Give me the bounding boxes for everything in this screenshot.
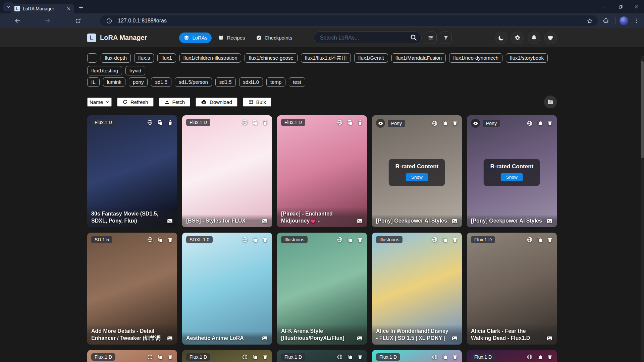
folder-filter-chip[interactable] [87, 53, 97, 63]
folder-filter-chip[interactable]: sd1.5/person [175, 77, 212, 87]
image-icon[interactable] [451, 335, 458, 342]
folder-filter-chip[interactable]: flux1/storybook [506, 53, 548, 63]
civitai-globe-icon[interactable] [242, 119, 248, 125]
civitai-globe-icon[interactable] [337, 354, 343, 360]
lora-card[interactable]: Flux.1 D [182, 350, 272, 362]
page-scrollbar[interactable] [641, 56, 644, 362]
lora-card[interactable]: Flux.1 D 80s Fantasy Movie (SD1.5, SDXL,… [87, 115, 177, 227]
search-options-button[interactable] [425, 32, 437, 44]
folder-filter-chip[interactable]: sd3.5 [215, 77, 236, 87]
copy-icon[interactable] [157, 237, 163, 243]
refresh-button[interactable]: Refresh [117, 98, 154, 107]
copy-icon[interactable] [252, 237, 258, 243]
new-tab-button[interactable] [76, 3, 85, 12]
copy-icon[interactable] [347, 237, 353, 243]
lora-card[interactable]: Illustrious Alice In Wonderland! Disney … [372, 233, 462, 345]
trash-icon[interactable] [357, 120, 363, 125]
civitai-globe-icon[interactable] [337, 237, 343, 243]
download-button[interactable]: Download [196, 98, 237, 107]
lora-card[interactable]: Flux.1 D [277, 350, 367, 362]
trash-icon[interactable] [262, 354, 268, 360]
lora-card[interactable]: Pony R-rated Content Show [Pony] Geekpow… [467, 115, 557, 227]
profile-avatar[interactable] [620, 16, 628, 25]
trash-icon[interactable] [167, 120, 173, 125]
folder-filter-chip[interactable]: flux1/MandalaFusion [391, 53, 446, 63]
image-icon[interactable] [262, 218, 268, 224]
folder-filter-chip[interactable]: test [289, 77, 305, 87]
copy-icon[interactable] [252, 354, 258, 360]
lora-card[interactable]: Illustrious AFK Arena Style [Illustrious… [277, 233, 367, 345]
civitai-globe-icon[interactable] [147, 237, 153, 243]
tab-close-icon[interactable] [67, 7, 71, 11]
folder-filter-chip[interactable]: hyvid [125, 66, 145, 75]
scrollbar-thumb[interactable] [641, 61, 644, 158]
sort-select[interactable]: Name [87, 98, 112, 107]
trash-icon[interactable] [547, 354, 553, 360]
copy-icon[interactable] [442, 354, 448, 360]
search-input[interactable] [314, 32, 422, 44]
open-folder-button[interactable] [544, 96, 557, 108]
nsfw-show-button[interactable]: Show [501, 173, 523, 181]
trash-icon[interactable] [357, 354, 363, 360]
window-restore-button[interactable] [613, 0, 628, 13]
image-icon[interactable] [546, 335, 553, 342]
tab-checkpoints[interactable]: Checkpoints [252, 33, 297, 43]
folder-filter-chip[interactable]: lumink [103, 77, 125, 87]
url-text[interactable]: 127.0.0.1:8188/loras [118, 18, 581, 24]
image-icon[interactable] [262, 335, 268, 342]
reload-button[interactable] [73, 16, 83, 25]
image-icon[interactable] [357, 218, 363, 224]
folder-filter-chip[interactable]: flux.s [134, 53, 154, 63]
copy-icon[interactable] [157, 354, 163, 360]
civitai-globe-icon[interactable] [147, 119, 153, 125]
trash-icon[interactable] [452, 237, 458, 243]
civitai-globe-icon[interactable] [527, 354, 533, 360]
theme-toggle-button[interactable] [495, 32, 507, 44]
civitai-globe-icon[interactable] [432, 354, 438, 360]
settings-button[interactable] [511, 32, 524, 44]
copy-icon[interactable] [537, 237, 543, 243]
trash-icon[interactable] [452, 354, 458, 360]
search-icon[interactable] [410, 34, 417, 41]
folder-filter-chip[interactable]: pony [129, 77, 148, 87]
lora-card[interactable]: Flux.1 D [BSS] - Styles for FLUX [182, 115, 272, 227]
copy-icon[interactable] [442, 120, 448, 126]
civitai-globe-icon[interactable] [527, 237, 533, 243]
trash-icon[interactable] [452, 120, 458, 126]
nsfw-show-button[interactable]: Show [406, 173, 428, 181]
trash-icon[interactable] [167, 354, 173, 360]
site-info-icon[interactable] [106, 18, 112, 24]
trash-icon[interactable] [547, 120, 553, 126]
nsfw-toggle-button[interactable] [471, 119, 480, 128]
civitai-globe-icon[interactable] [242, 237, 248, 243]
forward-button[interactable] [43, 16, 52, 25]
image-icon[interactable] [167, 335, 173, 342]
window-minimize-button[interactable] [596, 0, 612, 13]
browser-menu-icon[interactable] [632, 16, 641, 25]
notifications-button[interactable] [528, 32, 540, 44]
image-icon[interactable] [451, 218, 458, 224]
trash-icon[interactable] [262, 237, 268, 243]
civitai-globe-icon[interactable] [432, 120, 438, 126]
civitai-globe-icon[interactable] [147, 354, 153, 360]
copy-icon[interactable] [442, 237, 448, 243]
lora-card[interactable]: SDXL 1.0 Aesthetic Anime LoRA [182, 233, 272, 345]
lora-card[interactable]: Flux.1 D [372, 350, 462, 362]
copy-icon[interactable] [347, 120, 353, 125]
address-bar[interactable]: 127.0.0.1:8188/loras [100, 15, 598, 26]
folder-filter-chip[interactable]: flux1 [157, 53, 176, 63]
extensions-icon[interactable] [601, 16, 611, 25]
fetch-button[interactable]: Fetch [159, 98, 191, 107]
trash-icon[interactable] [357, 237, 363, 243]
tab-recipes[interactable]: Recipes [214, 33, 249, 43]
folder-filter-chip[interactable]: flux1/flux1.d不常用 [301, 53, 351, 63]
back-button[interactable] [13, 16, 22, 25]
trash-icon[interactable] [262, 120, 268, 125]
copy-icon[interactable] [252, 120, 258, 125]
copy-icon[interactable] [537, 120, 543, 126]
civitai-globe-icon[interactable] [527, 120, 533, 126]
copy-icon[interactable] [157, 120, 163, 125]
bookmark-star-icon[interactable] [587, 18, 593, 24]
favorites-button[interactable] [544, 32, 557, 44]
copy-icon[interactable] [347, 354, 353, 360]
